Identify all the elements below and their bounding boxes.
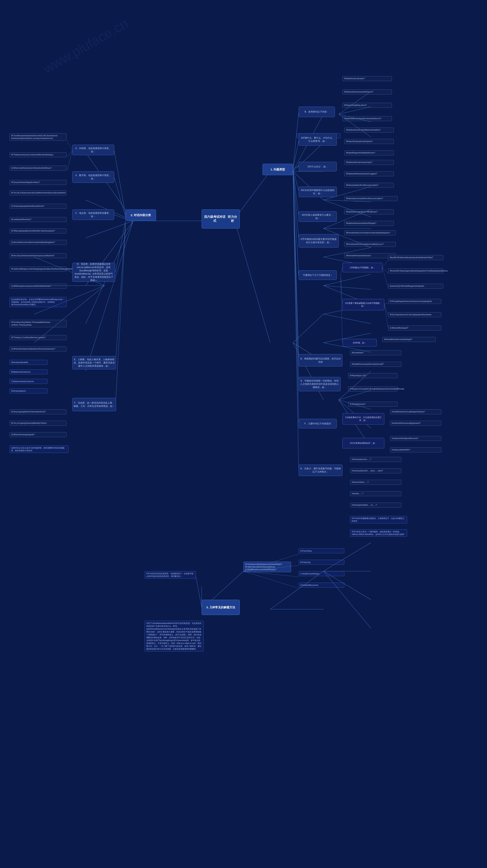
branch3-ans-d: D:Helikeditterymuch. bbox=[299, 583, 344, 588]
branch1-f-sub1-item1: Howdidtheteachersuallybeginhistclass? bbox=[390, 409, 441, 414]
svg-line-63 bbox=[293, 169, 299, 215]
branch1-b-item3: Whataretheytalking about? bbox=[343, 103, 392, 108]
branch1-d-sub1: 1问明确点(可用题眼)，如： bbox=[343, 263, 382, 272]
branch2-a-ex1: W:YourlibrarybooksaredueDecember13th.Ify… bbox=[9, 133, 67, 141]
svg-line-73 bbox=[382, 260, 388, 268]
branch1-b-sub3-item2: Whatcanbeconcludedfromthisconversation? bbox=[344, 196, 398, 201]
branch1-d-sub1-ex1: Man(M):Whattimedidyesterdaysfootballmatc… bbox=[388, 255, 443, 260]
svg-line-46 bbox=[323, 542, 371, 571]
branch2-d-rel2: B)Waiterandcustomer. bbox=[9, 369, 47, 374]
svg-line-77 bbox=[384, 304, 388, 315]
svg-line-21 bbox=[293, 314, 323, 343]
branch2-c-node: C、地点类，包括直接型和含蓄型，如： bbox=[72, 210, 114, 220]
branch3-node: 3. 几种常见的解题方法 bbox=[202, 600, 240, 615]
branch1-b-item1: Whatistheman'sanswer? bbox=[343, 76, 392, 81]
branch2-d-rel3: C)Salesmanandcustomer. bbox=[9, 379, 47, 384]
svg-line-68 bbox=[293, 169, 299, 423]
branch1-d-sub1-q: Question(Q):Whendidthegamefinallystart bbox=[388, 284, 443, 289]
branch1-f-sub1: 1问做某事的方式，方法或使用的交通工具，如： bbox=[343, 413, 384, 425]
branch1-g-note1: A节中的对话题数量比较固定，大多数情况下，在这几种题型之间变化 bbox=[350, 516, 407, 523]
branch1-b-sub2-item1: Whatdoesthemanmean(imply)? bbox=[344, 160, 394, 165]
svg-line-25 bbox=[338, 390, 371, 400]
branch1-d-sub3: 3问时期，如： bbox=[343, 339, 377, 346]
branch2-d-rel1: A)Husbandandwife. bbox=[9, 360, 47, 365]
branch2-f-ex3: Q:What'sthemangoingtodo? bbox=[9, 432, 67, 437]
watermark: www.pluface.cn bbox=[40, 15, 131, 76]
branch1-d-sub2-ex1: W:Ithoughttogototownow.Ihavesomuchopping… bbox=[388, 299, 441, 304]
branch1-g-item2: Howmanydoesnofl......does......want? bbox=[350, 468, 401, 473]
branch1-f-sub1-item2: Howdoesthemanusuallygotowork? bbox=[390, 421, 441, 426]
branch2-a-ex3: Q:WhenmustthemanreturnhisbookstothelIbra… bbox=[9, 166, 67, 170]
branch2-f-ex1: W:AreyougoingtoNewYorknextweekend? bbox=[9, 409, 67, 414]
branch2-d-ex2-3: Q:What'stherelationshipbetweenthemanandw… bbox=[9, 346, 67, 351]
svg-line-58 bbox=[67, 150, 72, 170]
svg-line-59 bbox=[293, 112, 299, 169]
branch1-g-note2: A节中的含义多含一个量词题型，他也就是通过一些词(如1Whom,Where,Wh… bbox=[350, 529, 407, 537]
svg-line-80 bbox=[196, 577, 202, 607]
branch1-b-sub3: 3问'从对话中能获得什么信息或结论'，如： bbox=[299, 187, 337, 197]
svg-line-2 bbox=[236, 225, 270, 343]
branch1-b-sub1-item1: Whatdoesthewomantellthetmantodofirst? bbox=[344, 128, 394, 132]
branch2-d-ex2-2: W:Thankyou.CouldIseethemenu,please? bbox=[9, 335, 67, 340]
svg-line-60 bbox=[293, 141, 299, 169]
branch2-f-note: 这类对话之后出出这些几种问题类型，那些是哪些对应的问题题型，然后采相应计算这些。 bbox=[9, 445, 68, 453]
branch1-g-item3: Howmuchdoes......? bbox=[350, 480, 401, 485]
branch1-d-sub2-ex2: M:Don'tspendsomuch.Iwon'tgetpaiduntilnex… bbox=[388, 312, 441, 317]
branch2-c-ex3: Q:ahereistheconversationmostprobablytaki… bbox=[9, 240, 67, 245]
branch3-dialog-line1: W:HowdoyouliketheplayyousawlastNight? bbox=[245, 563, 289, 565]
branch1-f-sub2-item1: Howdoeshefeelaboutthemovie? bbox=[390, 436, 441, 441]
svg-line-70 bbox=[340, 268, 343, 275]
branch1-b-node: B、多用来问以下内容： bbox=[299, 106, 335, 117]
svg-line-66 bbox=[293, 169, 299, 358]
branch1-e-item1: W:Mayhelpyou,Sir? bbox=[348, 373, 398, 378]
svg-line-52 bbox=[114, 215, 126, 219]
branch1-g-item4: Howolds......? bbox=[350, 491, 401, 496]
branch1-b-sub4-item1: Whatdoesthemanthinkof MissBrown? bbox=[344, 210, 394, 214]
svg-line-50 bbox=[114, 150, 126, 215]
branch1-c-item2: Wheredoesthisconversationmostlikelyoccur… bbox=[344, 242, 396, 247]
branch1-d2-node: D、用原因的问题可以问原因，也可以问目的 bbox=[299, 354, 343, 367]
branch1-f-sub2-item2: Howdoyoulikethefilm? bbox=[390, 447, 441, 453]
branch1-b-sub1-item3: Whatwillhappentoifstalfalsthexam? bbox=[344, 150, 394, 155]
branch1-c-item1: Wheredoesthisconversationmostprobablytak… bbox=[344, 230, 396, 235]
svg-line-69 bbox=[293, 169, 299, 468]
svg-line-23 bbox=[293, 343, 323, 400]
branch1-d-sub2-q: Q:Whenwillhebepaid? bbox=[388, 326, 441, 331]
branch1-b-item2: Whatdoesthewomanwantforlunch? bbox=[343, 90, 392, 94]
branch2-d-ex2: W:wellcouldthelpyou.Iwentshoppingyesterd… bbox=[9, 267, 67, 272]
branch2-a-node: A、问询类，包括直接型和计算型，如： bbox=[72, 145, 114, 155]
svg-line-20 bbox=[34, 286, 105, 343]
branch3-dialog-line2: M:Wall,Ishouldhavestayedathome bbox=[245, 565, 289, 568]
branch2-f-node: F、活动类，这一类话活内容涉及上课、锻炼、工作、日常生活等各种情况，如： bbox=[72, 398, 116, 411]
svg-line-38 bbox=[323, 314, 371, 324]
branch1-g-item1: Howmanypersons......? bbox=[350, 457, 401, 462]
branch1-d-sub3-ex: Whenwillthewintervacationbegin? bbox=[382, 337, 435, 342]
svg-line-61 bbox=[293, 166, 299, 169]
svg-line-51 bbox=[114, 177, 126, 217]
additional-lines bbox=[0, 0, 487, 868]
branch1-b-sub3-item1: Whatcanwelearnfromtheconversation? bbox=[344, 183, 394, 188]
branch1-g-item5: Howlongdoesittake......to......? bbox=[350, 503, 401, 507]
branch1-f-node: F、主要针对以下内容提问 bbox=[299, 419, 337, 428]
branch1-d-sub2: 2问需要个量助威量题几后者可用题眼，如： bbox=[343, 299, 384, 310]
svg-line-53 bbox=[116, 221, 126, 272]
svg-line-54 bbox=[116, 223, 126, 363]
branch3-dialog-line3: Q:Whatdoesthemanthinkoftheplay? bbox=[245, 568, 289, 571]
branch1-g-node: G、问多少，属于涉及数字的题，可能有以下几种形式： bbox=[299, 465, 343, 476]
branch2-f-ex2: M:Yes,mI'mgoingTolookupBilwhileI'mthere. bbox=[9, 421, 67, 426]
branch2-a-sub-ex2: M:Yes,Ido.It'sbasicmansuite,butitthement… bbox=[9, 190, 67, 195]
branch3-ans-b: B:It'sboring. bbox=[299, 560, 344, 565]
branch1-b-sub1: 1问'做什么、要什么、讨论什么、什么种类'等，如： bbox=[299, 133, 337, 146]
branch2-a-ex2: M:Thankyouverymuch.Ionlyneedthemforafewd… bbox=[9, 152, 67, 157]
branch1-d2-item1: Whyisthelate? bbox=[350, 350, 401, 355]
branch1-b-sub2-item2: Whatdoesthewomananswersuggest? bbox=[344, 172, 394, 176]
svg-line-64 bbox=[293, 169, 299, 238]
branch1-f-sub2: 2问'对某事的感受如何'，如： bbox=[343, 438, 384, 448]
branch1-b-sub4: 4问'对某人或某事有什么看法'，如： bbox=[299, 211, 337, 222]
branch1-e-item2: M:Ihopeso.It'smywatch.Broughtitobepeared… bbox=[348, 386, 398, 392]
svg-line-0 bbox=[236, 172, 270, 217]
mind-map-container: www.pluface.cn bbox=[0, 0, 487, 868]
branch1-e-node: E、可能给对话者第一方的情侣，对话人之间的关系的对话中及及涉及到的人物情况，如： bbox=[299, 377, 340, 391]
svg-line-56 bbox=[67, 141, 72, 150]
branch3-intro-box: A节中的对话内容比较简单，但多数情况下，在选项不能从原对话的内容找到原话时，要判… bbox=[144, 571, 196, 579]
